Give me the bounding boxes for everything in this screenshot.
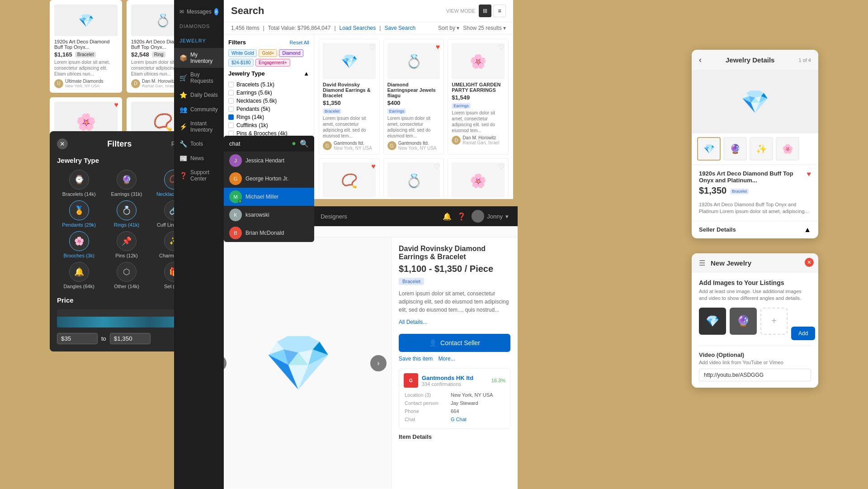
community-icon: 👥 <box>179 106 187 113</box>
contact-seller-button[interactable]: 👤 Contact Seller <box>399 334 510 352</box>
filter-tag-engagement[interactable]: Engagement+ <box>255 59 290 66</box>
wishlist-btn-1[interactable]: ♡ <box>369 43 376 52</box>
close-new-jewelry-button[interactable]: ✕ <box>805 258 814 267</box>
chat-user-brian[interactable]: B Brian McDonald <box>224 224 314 242</box>
messages-badge: 8 <box>214 8 218 15</box>
sidebar-item-support-center[interactable]: ❓ Support Center <box>174 166 224 185</box>
jewelry-item-pins[interactable]: 📌 Pins (12k) <box>104 231 148 258</box>
wishlist-btn-2[interactable]: ♥ <box>436 43 440 51</box>
checkbox-bracelets[interactable] <box>228 82 234 87</box>
grid-view-button[interactable]: ⊞ <box>479 5 491 17</box>
sidebar-item-tools[interactable]: 🔧 Tools <box>174 137 224 151</box>
close-filters-button[interactable]: ✕ <box>57 138 68 149</box>
result-card-1[interactable]: ♡ 💎 David Rovinsky Diamond Earrings & Br… <box>319 39 380 155</box>
result-card-4[interactable]: ♥ 📿 Asmi Gold Diamond Pendant 18 kt 0.24… <box>319 158 380 197</box>
result-card-3[interactable]: ♡ 🌸 UMELIGHT GARDEN PARTY EARRINGS $1,54… <box>448 39 509 155</box>
wishlist-btn-5[interactable]: ♡ <box>434 162 440 171</box>
jewelry-item-pendants[interactable]: 🏅 Pendants (29k) <box>57 200 101 228</box>
jewelry-type-filter-header[interactable]: Jewelry Type ▲ <box>228 70 309 77</box>
wishlist-btn-3[interactable]: ♡ <box>498 43 505 52</box>
reset-all-link[interactable]: Reset All <box>290 40 309 45</box>
price-max-input[interactable] <box>110 333 151 344</box>
image-thumb-1[interactable]: 💎 <box>699 308 726 335</box>
filter-rings[interactable]: Rings (14k) <box>228 113 309 121</box>
filter-tag-diamond[interactable]: Diamond <box>279 49 303 57</box>
details-thumb-1[interactable]: 💎 <box>697 137 721 161</box>
chat-link[interactable]: G Chat <box>451 416 505 423</box>
save-search-link[interactable]: Save Search <box>384 25 415 31</box>
image-thumb-2[interactable]: 🔮 <box>730 308 757 335</box>
filter-necklaces[interactable]: Necklaces (5.6k) <box>228 97 309 105</box>
details-heart-icon[interactable]: ♥ <box>807 170 811 184</box>
price-min-input[interactable] <box>57 333 98 344</box>
jewelry-item-brooches[interactable]: 🌸 Brooches (3k) <box>57 231 101 258</box>
buy-requests-icon: 🛒 <box>179 74 187 81</box>
filter-tag-gold[interactable]: Gold+ <box>259 49 277 57</box>
seller-name[interactable]: Gantmonds HK ltd <box>422 375 473 381</box>
menu-icon[interactable]: ☰ <box>699 259 705 267</box>
filter-cufflinks[interactable]: Cufflinks (1k) <box>228 121 309 129</box>
filter-tag-white-gold[interactable]: White Gold <box>228 49 257 57</box>
jewelry-item-bracelets[interactable]: ⌚ Bracelets (14k) <box>57 170 101 197</box>
jewelry-item-earrings[interactable]: 🔮 Earrings (31k) <box>104 170 148 197</box>
seller-detail-table: Location (3) New York, NY USA Contact pe… <box>404 390 505 424</box>
sidebar-messages-item[interactable]: ✉ Messages 8 <box>174 5 224 19</box>
sidebar-item-news[interactable]: 📰 News <box>174 151 224 166</box>
bell-icon[interactable]: 🔔 <box>443 212 452 221</box>
sidebar-item-community[interactable]: 👥 Community <box>174 102 224 117</box>
result-card-5[interactable]: ♡ 💍 Diamond Engagement Ring Under 500 $4… <box>383 158 444 197</box>
add-images-desc: Add at least one image. Use additional i… <box>699 288 811 302</box>
add-jewelry-button[interactable]: Add <box>791 327 815 340</box>
jewelry-item-rings[interactable]: 💍 Rings (41k) <box>104 200 148 228</box>
chat-user-george[interactable]: G George Horton Jr. <box>224 170 314 188</box>
chat-user-michael[interactable]: M Michael Miller <box>224 188 314 206</box>
filter-earrings[interactable]: Earrings (5.6k) <box>228 89 309 97</box>
result-card-2[interactable]: ♥ 💍 Diamond Earringspear Jewels fliagu $… <box>383 39 444 155</box>
all-details-link[interactable]: All Details... <box>399 319 427 325</box>
user-menu[interactable]: Jonny ▾ <box>472 210 509 223</box>
sidebar-item-my-inventory[interactable]: 📦 My Inventory <box>174 48 224 68</box>
more-btn[interactable]: More... <box>438 356 455 362</box>
filter-bracelets[interactable]: Bracelets (5.1k) <box>228 81 309 89</box>
jewelry-item-other[interactable]: ⬡ Other (14k) <box>104 262 148 289</box>
save-item-btn[interactable]: Save this item <box>399 356 433 362</box>
search-meta: 1,456 Items | Total Value: $796,864,047 … <box>224 22 513 34</box>
back-button[interactable]: ‹ <box>699 55 702 65</box>
help-icon[interactable]: ❓ <box>457 212 466 221</box>
add-image-button[interactable]: + <box>760 308 788 335</box>
checkbox-cufflinks[interactable] <box>228 123 234 128</box>
wishlist-btn-4[interactable]: ♥ <box>371 162 376 171</box>
seller-details-toggle[interactable]: Seller Details ▲ <box>692 221 818 238</box>
video-url-input[interactable] <box>699 369 811 381</box>
load-searches-link[interactable]: Load Searches <box>340 25 376 31</box>
main-sidebar: ✉ Messages 8 DIAMONDS JEWELRY 📦 My Inven… <box>174 0 224 489</box>
result-card-6[interactable]: ♡ 🌸 9ct white gold 15 point diamond flow… <box>448 158 509 197</box>
item-card-1[interactable]: 💎 1920s Art Deco Diamond Buff Top Onyx..… <box>50 0 122 93</box>
checkbox-pendants[interactable] <box>228 106 234 112</box>
details-thumb-2[interactable]: 🔮 <box>723 137 747 161</box>
bracelets-icon: ⌚ <box>69 170 89 190</box>
sidebar-item-buy-requests[interactable]: 🛒 Buy Requests <box>174 68 224 88</box>
user-name: Jonny <box>487 213 503 220</box>
chat-search-icon[interactable]: 🔍 <box>300 139 309 148</box>
chat-user-jessica[interactable]: J Jessica Hendart <box>224 152 314 170</box>
heart-icon-3[interactable]: ♥ <box>114 101 119 109</box>
checkbox-necklaces[interactable] <box>228 98 234 104</box>
filter-tag-price[interactable]: $24-$180 <box>228 59 254 66</box>
checkbox-rings[interactable] <box>228 114 234 120</box>
jewelry-item-dangles[interactable]: 🔔 Dangles (64k) <box>57 262 101 289</box>
details-thumb-3[interactable]: ✨ <box>750 137 773 161</box>
list-view-button[interactable]: ≡ <box>493 5 506 17</box>
sidebar-item-instant-inventory[interactable]: ⚡ Instant Inventory <box>174 117 224 137</box>
video-desc: Add video link from YouTube or Vimeo <box>699 360 811 365</box>
nav-item-designers[interactable]: Designers <box>317 211 351 222</box>
details-thumb-4[interactable]: 🌸 <box>776 137 799 161</box>
chat-user-ksarowski[interactable]: K ksarowski <box>224 206 314 224</box>
checkbox-earrings[interactable] <box>228 90 234 95</box>
sidebar-item-daily-deals[interactable]: ⭐ Daily Deals <box>174 88 224 102</box>
detail-product-title: David Rovinsky Diamond Earrings & Bracel… <box>399 245 510 261</box>
filter-pendants[interactable]: Pendants (5k) <box>228 105 309 113</box>
wishlist-btn-6[interactable]: ♡ <box>498 162 505 171</box>
next-arrow[interactable]: › <box>370 355 387 371</box>
george-avatar: G <box>229 172 242 185</box>
